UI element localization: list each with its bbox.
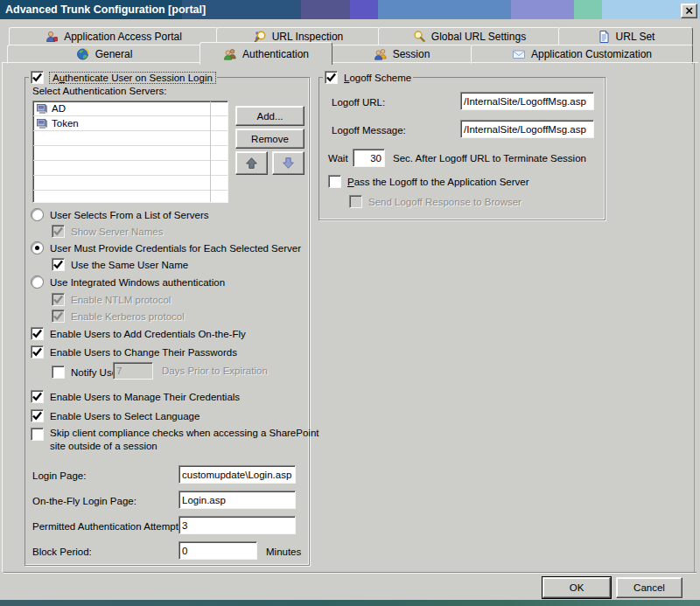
same-user-name-row[interactable]: Use the Same User Name — [52, 258, 188, 271]
radio-circle-selected[interactable] — [31, 241, 44, 254]
check-icon — [32, 346, 43, 358]
change-passwords-row[interactable]: Enable Users to Change Their Passwords — [31, 345, 237, 359]
skip-compliance-checkbox[interactable] — [31, 428, 44, 441]
tab-label: Authentication — [242, 48, 309, 60]
add-button[interactable]: Add... — [235, 106, 304, 126]
radio-circle[interactable] — [31, 208, 44, 221]
block-period-input[interactable] — [178, 541, 257, 560]
kerberos-label: Enable Kerberos protocol — [71, 311, 185, 322]
notify-user-row[interactable]: Notify User — [52, 366, 121, 379]
ntlm-checkbox — [52, 293, 65, 306]
tab-label: General — [95, 48, 133, 60]
server-list-item[interactable]: Token — [33, 116, 228, 131]
tab-page-left-edge — [2, 63, 3, 572]
select-language-row[interactable]: Enable Users to Select Language — [31, 409, 200, 422]
logoff-scheme-checkbox-row[interactable]: Logoff Scheme — [323, 71, 413, 84]
kerberos-checkbox — [52, 310, 65, 323]
manage-credentials-label: Enable Users to Manage Their Credentials — [50, 392, 240, 402]
notify-user-checkbox[interactable] — [52, 366, 65, 379]
tab-label: Application Customization — [531, 48, 652, 60]
change-passwords-label: Enable Users to Change Their Passwords — [50, 347, 237, 358]
check-icon — [32, 328, 43, 339]
login-page-input[interactable] — [178, 465, 296, 484]
select-language-label: Enable Users to Select Language — [50, 411, 200, 421]
notify-days-suffix-label: Days Prior to Expiration — [162, 366, 268, 376]
pass-logoff-row[interactable]: Pass the Logoff to the Application Serve… — [328, 175, 529, 188]
remove-button[interactable]: Remove — [235, 129, 304, 149]
radio-user-selects[interactable]: User Selects From a List of Servers — [31, 208, 209, 221]
ntlm-row: Enable NTLM protocol — [52, 293, 171, 306]
tab-label: Global URL Settings — [431, 31, 526, 43]
tab-global-url-settings[interactable]: Global URL Settings — [378, 27, 560, 45]
empty-list-row — [33, 176, 228, 191]
wait-seconds-input[interactable] — [353, 149, 385, 167]
server-list[interactable]: AD Token — [32, 101, 228, 203]
tab-label: URL Inspection — [272, 31, 344, 43]
logoff-url-input[interactable] — [460, 92, 594, 110]
tab-label: Application Access Portal — [64, 31, 182, 43]
authenticate-user-checkbox[interactable] — [31, 71, 44, 84]
manage-credentials-row[interactable]: Enable Users to Manage Their Credentials — [31, 390, 240, 403]
tab-session[interactable]: Session — [331, 45, 472, 64]
select-language-checkbox[interactable] — [31, 409, 44, 422]
show-server-names-label: Show Server Names — [71, 226, 163, 237]
globe-icon — [76, 47, 90, 61]
add-credentials-label: Enable Users to Add Credentials On-the-F… — [50, 329, 246, 339]
empty-list-row — [33, 146, 228, 161]
manage-credentials-checkbox[interactable] — [31, 390, 44, 403]
pass-logoff-checkbox[interactable] — [328, 175, 341, 188]
document-icon — [597, 30, 611, 44]
tab-general[interactable]: General — [7, 45, 201, 64]
move-up-button[interactable] — [235, 151, 268, 175]
empty-list-row — [33, 191, 228, 203]
close-button[interactable] — [681, 3, 697, 18]
tab-page-right-edge — [694, 63, 695, 572]
block-period-label: Block Period: — [32, 547, 92, 557]
server-icon — [36, 102, 48, 115]
check-icon — [52, 259, 64, 270]
add-credentials-checkbox[interactable] — [31, 327, 44, 340]
empty-list-row — [33, 161, 228, 176]
tab-url-set[interactable]: URL Set — [558, 27, 693, 45]
authenticate-user-label: Authenticate User on Session Login — [50, 73, 215, 83]
same-user-name-label: Use the Same User Name — [71, 260, 188, 270]
radio-integrated-windows[interactable]: Use Integrated Windows authentication — [31, 275, 225, 289]
minutes-label: Minutes — [266, 547, 301, 557]
radio-user-credentials[interactable]: User Must Provide Credentials for Each S… — [31, 241, 301, 254]
magnifier-icon — [412, 30, 426, 44]
up-arrow-icon — [244, 156, 259, 171]
radio-user-credentials-label: User Must Provide Credentials for Each S… — [50, 243, 301, 254]
move-down-button[interactable] — [272, 151, 304, 175]
skip-compliance-label: Skip client compliance checks when acces… — [50, 427, 318, 453]
portal-user-icon — [45, 30, 59, 44]
attempts-input[interactable] — [178, 516, 296, 534]
authentication-group: Authenticate User on Session Login Selec… — [24, 77, 310, 566]
tab-authentication[interactable]: Authentication — [200, 42, 332, 65]
same-user-name-checkbox[interactable] — [52, 258, 65, 271]
skip-compliance-row[interactable]: Skip client compliance checks when acces… — [31, 427, 318, 453]
check-icon — [52, 294, 64, 305]
change-passwords-checkbox[interactable] — [31, 345, 44, 359]
logoff-message-input[interactable] — [460, 120, 594, 138]
tab-application-customization[interactable]: Application Customization — [471, 45, 693, 64]
logoff-scheme-checkbox[interactable] — [325, 71, 338, 84]
radio-circle[interactable] — [31, 275, 44, 289]
cancel-button[interactable]: Cancel — [616, 577, 682, 598]
tab-label: Session — [393, 48, 430, 60]
wait-label: Wait — [328, 153, 348, 164]
add-credentials-row[interactable]: Enable Users to Add Credentials On-the-F… — [31, 327, 246, 340]
authenticate-user-checkbox-row[interactable]: Authenticate User on Session Login — [29, 71, 217, 84]
logoff-scheme-group: Logoff Scheme Logoff URL: Logoff Message… — [318, 77, 606, 220]
auth-users-icon — [223, 47, 237, 61]
onfly-login-page-input[interactable] — [178, 491, 296, 509]
envelope-icon — [512, 47, 526, 61]
dialog-window: Advanced Trunk Configuration [portal] Ap… — [0, 0, 700, 606]
tab-application-access-portal[interactable]: Application Access Portal — [9, 27, 218, 45]
attempts-label: Permitted Authentication Attempts: — [32, 521, 186, 532]
server-list-item[interactable]: AD — [33, 101, 228, 116]
notify-days-input — [113, 362, 153, 380]
ok-button[interactable]: OK — [542, 577, 611, 598]
server-name: AD — [52, 103, 66, 114]
check-icon — [326, 72, 337, 83]
window-titlebar: Advanced Trunk Configuration [portal] — [0, 0, 700, 19]
